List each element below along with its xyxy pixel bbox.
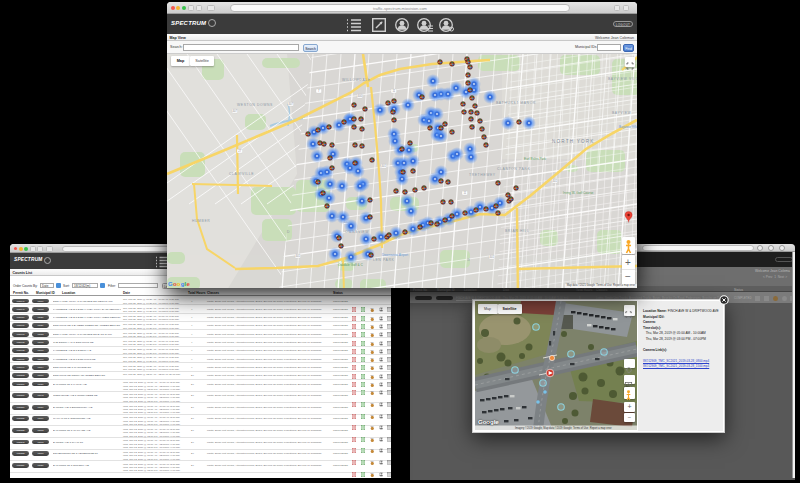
- svg-text:CLAIRVILLE: CLAIRVILLE: [229, 172, 254, 176]
- svg-text:Imagery ©2019 Google, Map data: Imagery ©2019 Google, Map data ©2019 Goo…: [515, 426, 612, 430]
- svg-text:407: 407: [289, 102, 294, 106]
- svg-text:401: 401: [490, 255, 495, 259]
- svg-text:Bayview Village: Bayview Village: [619, 125, 637, 129]
- svg-text:HUMBER: HUMBER: [192, 219, 210, 223]
- svg-text:BRIAR HILL: BRIAR HILL: [505, 229, 529, 233]
- svg-text:BAYVIEW: BAYVIEW: [612, 111, 632, 115]
- svg-text:401: 401: [296, 254, 301, 258]
- svg-text:TRETHEWEY: TRETHEWEY: [469, 173, 496, 177]
- svg-text:BATHURST MANOR: BATHURST MANOR: [496, 101, 536, 105]
- svg-text:NORTH YORK: NORTH YORK: [552, 139, 594, 144]
- svg-text:Earl Bales Park: Earl Bales Park: [524, 157, 546, 161]
- svg-text:400: 400: [358, 94, 363, 98]
- svg-text:CLANTON PARK: CLANTON PARK: [497, 167, 530, 171]
- svg-text:BAYVIEW VILLAGE: BAYVIEW VILLAGE: [608, 77, 637, 81]
- svg-text:CSV: CSV: [370, 472, 374, 473]
- svg-text:WESTON DOWNS: WESTON DOWNS: [237, 103, 273, 107]
- svg-text:Google: Google: [478, 419, 499, 425]
- svg-text:407: 407: [233, 109, 238, 113]
- svg-text:WILLOWDALE: WILLOWDALE: [342, 78, 371, 82]
- svg-text:Downsview Airport: Downsview Airport: [382, 253, 408, 257]
- svg-text:401: 401: [382, 164, 387, 168]
- svg-text:401: 401: [553, 179, 558, 183]
- svg-text:Irving W. Golf Course: Irving W. Golf Course: [563, 191, 594, 195]
